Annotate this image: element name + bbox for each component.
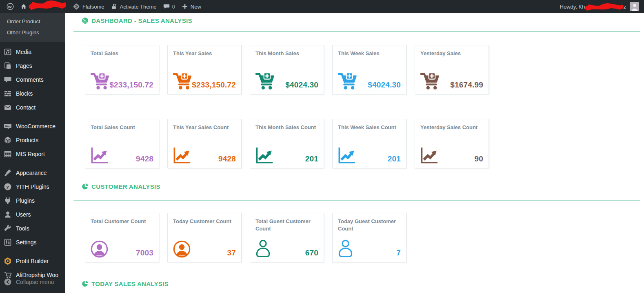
card-value: $4024.30: [285, 81, 318, 90]
comments-menu-item[interactable]: 0: [160, 0, 178, 13]
card-this-month-sales: This Month Sales $4024.30: [250, 45, 324, 94]
sidebar-item-blocks[interactable]: Blocks: [0, 87, 65, 101]
sidebar-item-label: Blocks: [16, 90, 33, 97]
admin-bar: Flatsome Activate Theme 0 New Howdy, Kh …: [0, 0, 644, 13]
sidebar-item-tools[interactable]: Tools: [0, 221, 65, 235]
user-outline-icon: [255, 239, 271, 258]
sidebar-item-label: Media: [16, 49, 31, 55]
media-icon: [4, 48, 12, 56]
sidebar-submenu: Order Product Other Plugins: [0, 13, 65, 42]
submenu-item-order-product[interactable]: Order Product: [0, 16, 65, 27]
card-title: Today Customer Count: [173, 218, 236, 225]
card-value: $233,150.72: [192, 81, 236, 90]
new-menu-item[interactable]: New: [178, 0, 204, 13]
sidebar-item-woocommerce[interactable]: WooCommerce: [0, 119, 65, 133]
card-this-year-sales: This Year Sales $233,150.72: [167, 45, 242, 94]
users-icon: [4, 210, 12, 219]
user-circle-icon: [173, 240, 191, 258]
sidebar-item-label: Plugins: [16, 197, 35, 204]
section-divider: [73, 31, 640, 32]
customer-cards-row: Total Customer Count 7003 Today Customer…: [85, 213, 644, 262]
redaction-scribble-username: [584, 3, 624, 11]
sidebar-item-products[interactable]: Products: [0, 133, 65, 147]
card-value: $1674.99: [450, 81, 483, 90]
admin-sidebar: Order Product Other Plugins Media Pages …: [0, 13, 65, 293]
card-total-customer-count: Total Customer Count 7003: [85, 213, 159, 262]
comments-icon: [4, 76, 12, 84]
section-title: TODAY SALES ANALYSIS: [91, 280, 169, 287]
chart-line-icon: [255, 147, 274, 164]
sidebar-item-users[interactable]: Users: [0, 208, 65, 221]
chart-line-icon: [338, 147, 356, 164]
sidebar-item-contact[interactable]: Contact: [0, 101, 65, 114]
sidebar-item-plugins[interactable]: Plugins: [0, 194, 65, 208]
appearance-icon: [4, 169, 12, 177]
wordpress-menu-button[interactable]: [3, 0, 17, 13]
card-value: $233,150.72: [109, 81, 153, 90]
card-value: 670: [305, 249, 318, 258]
cart-plus-icon: [91, 72, 109, 90]
card-value: $4024.30: [368, 81, 401, 90]
card-this-year-sales-count: This Year Sales Count 9428: [167, 119, 242, 168]
flatsome-menu-item[interactable]: Flatsome: [69, 0, 107, 13]
sidebar-item-mis-report[interactable]: MIS Report: [0, 147, 65, 161]
redaction-scribble-site-name: [29, 0, 66, 11]
sidebar-item-yith-plugins[interactable]: YITH Plugins: [0, 180, 65, 194]
card-value: 90: [474, 155, 483, 164]
sidebar-separator: [0, 249, 65, 254]
card-title: This Year Sales Count: [173, 124, 236, 131]
comments-count: 0: [172, 4, 175, 10]
sidebar-item-comments[interactable]: Comments: [0, 73, 65, 87]
cart-plus-icon: [255, 72, 275, 90]
contact-icon: [4, 103, 12, 112]
sidebar-item-appearance[interactable]: Appearance: [0, 166, 65, 180]
card-title: Today Guest Customer Count: [338, 218, 401, 232]
card-title: This Month Sales Count: [255, 124, 318, 131]
sidebar-item-label: YITH Plugins: [16, 183, 49, 190]
card-value: 37: [227, 249, 236, 258]
card-title: This Month Sales: [255, 50, 318, 57]
chart-line-icon: [173, 147, 191, 164]
card-total-sales: Total Sales $233,150.72: [85, 45, 159, 94]
sidebar-item-profit-builder[interactable]: Profit Builder: [0, 254, 65, 268]
card-this-week-sales: This Week Sales $4024.30: [332, 45, 406, 94]
howdy-text-suffix: z: [624, 4, 626, 10]
card-this-month-sales-count: This Month Sales Count 201: [250, 119, 324, 168]
card-today-guest-customer-count: Today Guest Customer Count 7: [332, 213, 406, 262]
card-title: Total Customer Count: [91, 218, 153, 225]
sidebar-item-settings[interactable]: Settings: [0, 235, 65, 249]
new-label: New: [191, 4, 201, 10]
activate-theme-label: Activate Theme: [120, 4, 156, 10]
card-total-sales-count: Total Sales Count 9428: [85, 119, 159, 168]
collapse-menu-button[interactable]: Collapse menu: [0, 275, 65, 289]
settings-icon: [4, 238, 12, 246]
howdy-account-menu[interactable]: Howdy, Kh z: [557, 0, 628, 13]
sidebar-item-label: Pages: [16, 63, 32, 69]
sidebar-item-label: Users: [16, 211, 31, 218]
woocommerce-icon: [4, 122, 12, 130]
blocks-icon: [4, 89, 12, 98]
products-icon: [4, 136, 12, 144]
card-value: 9428: [218, 155, 236, 164]
submenu-item-other-plugins[interactable]: Other Plugins: [0, 27, 65, 38]
sidebar-item-pages[interactable]: Pages: [0, 59, 65, 73]
activate-theme-menu-item[interactable]: Activate Theme: [107, 0, 160, 13]
card-yesterday-sales: Yesterday Sales $1674.99: [415, 45, 489, 94]
avatar[interactable]: [630, 2, 639, 11]
sales-cards-row: Total Sales $233,150.72 This Year Sales …: [85, 45, 644, 94]
section-header-dashboard: DASHBOARD - SALES ANALYSIS: [82, 17, 644, 24]
collapse-arrow-icon: [4, 278, 12, 286]
site-name-link[interactable]: [17, 0, 69, 13]
card-title: This Year Sales: [173, 50, 236, 57]
cart-plus-icon: [338, 72, 357, 90]
card-title: This Week Sales: [338, 50, 401, 57]
card-title: Yesterday Sales Count: [420, 124, 483, 131]
sidebar-item-label: Profit Builder: [16, 258, 49, 264]
chart-line-icon: [91, 147, 109, 164]
mis-report-icon: [4, 150, 12, 158]
card-title: Total Sales: [91, 50, 153, 57]
dashboard-gauge-icon: [82, 17, 89, 24]
card-title: Total Guest Customer Count: [255, 218, 318, 232]
sidebar-item-label: Products: [16, 137, 38, 143]
sidebar-item-media[interactable]: Media: [0, 45, 65, 59]
